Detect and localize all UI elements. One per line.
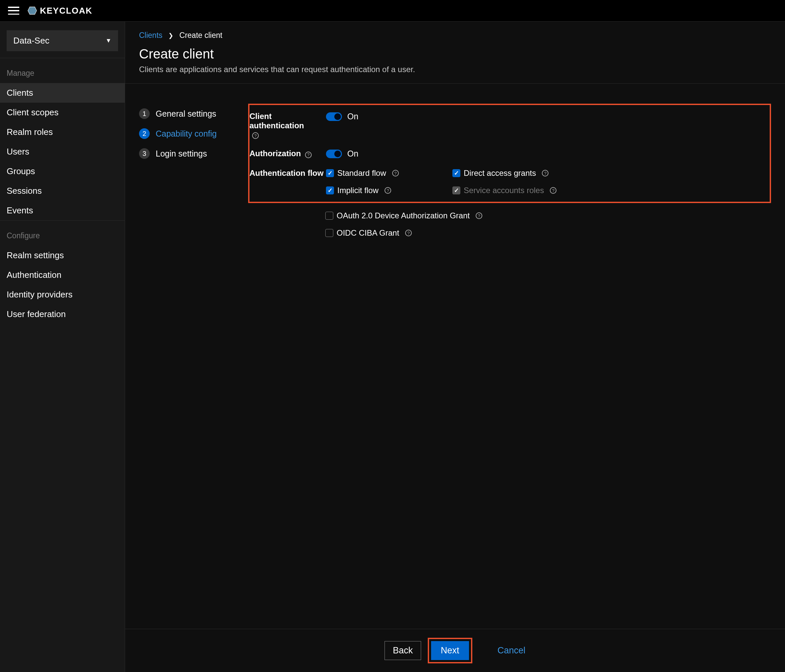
toggle-client-auth-value: On	[347, 112, 358, 121]
main-content: 1 General settings 2 Capability config 3…	[125, 84, 785, 672]
caret-down-icon: ▼	[105, 37, 111, 44]
page-title: Create client	[139, 47, 771, 61]
wizard-footer: Back Next Cancel	[125, 629, 785, 672]
realm-selector[interactable]: Data-Sec ▼	[7, 30, 118, 51]
sidebar: Data-Sec ▼ Manage Clients Client scopes …	[0, 21, 125, 672]
breadcrumb-root-link[interactable]: Clients	[139, 31, 162, 40]
sidebar-item-sessions[interactable]: Sessions	[0, 181, 125, 201]
step-label: Login settings	[156, 149, 207, 159]
svg-marker-0	[28, 7, 37, 15]
form-area: Client authentication ? On Authorization…	[248, 104, 771, 672]
label-auth-flow: Authentication flow	[249, 168, 324, 178]
sidebar-item-client-scopes[interactable]: Client scopes	[0, 103, 125, 122]
section-heading-manage: Manage	[0, 58, 125, 83]
checkbox-direct-access[interactable]	[452, 169, 460, 177]
help-icon[interactable]: ?	[385, 187, 391, 194]
wizard-step-general[interactable]: 1 General settings	[139, 104, 243, 124]
toggle-client-auth[interactable]	[326, 112, 342, 121]
breadcrumb: Clients ❯ Create client	[139, 31, 771, 40]
help-icon[interactable]: ?	[542, 170, 549, 176]
brand-logo[interactable]: KEYCLOAK	[27, 6, 92, 16]
main-header: Clients ❯ Create client Create client Cl…	[125, 22, 785, 84]
wizard-step-capability[interactable]: 2 Capability config	[139, 124, 243, 143]
checkbox-device-grant[interactable]	[325, 212, 333, 220]
sidebar-item-realm-roles[interactable]: Realm roles	[0, 122, 125, 142]
layout: Data-Sec ▼ Manage Clients Client scopes …	[0, 21, 785, 672]
step-number: 3	[139, 148, 150, 159]
checkbox-label: Standard flow	[337, 168, 386, 178]
checkbox-label: OIDC CIBA Grant	[337, 228, 399, 238]
main: Clients ❯ Create client Create client Cl…	[125, 21, 785, 672]
page-subtitle: Clients are applications and services th…	[139, 65, 771, 74]
help-icon[interactable]: ?	[305, 151, 312, 158]
label-authorization: Authorization	[249, 149, 301, 158]
highlight-box: Client authentication ? On Authorization…	[248, 104, 771, 203]
brand-label: KEYCLOAK	[40, 6, 92, 16]
cancel-button[interactable]: Cancel	[497, 645, 525, 656]
auth-flow-extra: OAuth 2.0 Device Authorization Grant ? O…	[248, 203, 771, 238]
checkbox-item-implicit-flow: Implicit flow ?	[326, 186, 452, 195]
help-icon[interactable]: ?	[475, 212, 482, 219]
topbar: KEYCLOAK	[0, 0, 785, 21]
keycloak-logo-icon	[27, 6, 37, 16]
checkbox-item-standard-flow: Standard flow ?	[326, 168, 452, 178]
next-button[interactable]: Next	[431, 641, 469, 660]
step-number: 1	[139, 108, 150, 119]
row-authorization: Authorization ? On	[249, 149, 763, 159]
next-button-highlight: Next	[428, 638, 472, 663]
help-icon[interactable]: ?	[405, 230, 412, 236]
sidebar-item-authentication[interactable]: Authentication	[0, 265, 125, 285]
back-button[interactable]: Back	[385, 641, 421, 660]
hamburger-icon[interactable]	[8, 7, 19, 15]
sidebar-item-realm-settings[interactable]: Realm settings	[0, 246, 125, 265]
help-icon[interactable]: ?	[392, 170, 399, 176]
wizard-step-login[interactable]: 3 Login settings	[139, 143, 243, 164]
toggle-authorization-value: On	[347, 149, 358, 159]
breadcrumb-current: Create client	[179, 31, 222, 40]
wizard-steps: 1 General settings 2 Capability config 3…	[139, 104, 248, 672]
toggle-authorization[interactable]	[326, 150, 342, 158]
sidebar-item-groups[interactable]: Groups	[0, 162, 125, 181]
checkbox-label: Implicit flow	[337, 186, 378, 195]
step-label: General settings	[156, 109, 216, 118]
checkbox-label: Service accounts roles	[464, 186, 544, 195]
step-label: Capability config	[156, 129, 217, 139]
checkbox-label: OAuth 2.0 Device Authorization Grant	[337, 211, 470, 220]
sidebar-item-user-federation[interactable]: User federation	[0, 304, 125, 324]
row-client-auth: Client authentication ? On	[249, 112, 763, 139]
checkbox-ciba-grant[interactable]	[325, 229, 333, 237]
help-icon[interactable]: ?	[252, 132, 259, 139]
checkbox-item-direct-access: Direct access grants ?	[452, 168, 579, 178]
realm-selected-label: Data-Sec	[13, 36, 49, 46]
chevron-right-icon: ❯	[168, 32, 173, 39]
checkbox-implicit-flow[interactable]	[326, 186, 334, 195]
checkbox-standard-flow[interactable]	[326, 169, 334, 177]
label-client-auth: Client authentication	[249, 112, 304, 130]
checkbox-item-ciba-grant: OIDC CIBA Grant ?	[248, 228, 771, 238]
help-icon[interactable]: ?	[550, 187, 557, 194]
checkbox-label: Direct access grants	[464, 168, 536, 178]
checkbox-service-accounts	[452, 186, 460, 195]
step-number: 2	[139, 128, 150, 139]
row-auth-flow: Authentication flow Standard flow ? Dire…	[249, 168, 763, 195]
sidebar-item-identity-providers[interactable]: Identity providers	[0, 285, 125, 304]
section-heading-configure: Configure	[0, 220, 125, 246]
sidebar-item-clients[interactable]: Clients	[0, 83, 125, 103]
checkbox-item-device-grant: OAuth 2.0 Device Authorization Grant ?	[248, 211, 771, 220]
sidebar-item-users[interactable]: Users	[0, 142, 125, 162]
checkbox-item-service-accounts: Service accounts roles ?	[452, 186, 579, 195]
sidebar-item-events[interactable]: Events	[0, 201, 125, 220]
